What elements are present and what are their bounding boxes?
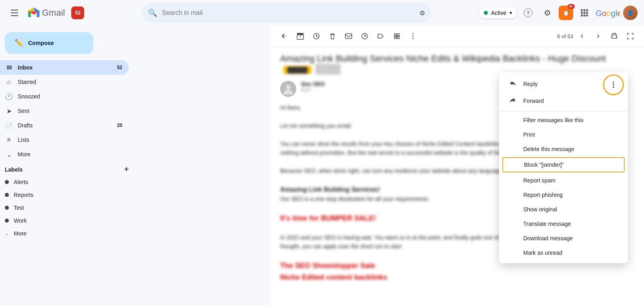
tasks-icon[interactable]: 📋 9+ bbox=[559, 6, 573, 20]
more-options-button[interactable] bbox=[406, 29, 420, 43]
settings-button[interactable]: ⚙ bbox=[539, 5, 555, 21]
prev-email-button[interactable] bbox=[575, 29, 589, 43]
reply-label: Reply bbox=[523, 81, 538, 87]
main-nav: ✉ Inbox 52 ☆ Starred 🕐 Snoozed ➤ Sent 📄 … bbox=[0, 60, 135, 162]
search-options-icon[interactable]: ⚙ bbox=[419, 9, 425, 17]
print-label: Print bbox=[523, 131, 535, 138]
apps-button[interactable] bbox=[576, 5, 592, 21]
svg-rect-2 bbox=[586, 9, 588, 11]
menu-item-show-original[interactable]: Show original bbox=[499, 202, 628, 217]
sidebar: ✏️ Compose ✉ Inbox 52 ☆ Starred 🕐 Snooze… bbox=[0, 0, 135, 305]
starred-icon: ☆ bbox=[5, 78, 13, 86]
main-header: 🔍 ⚙ Active ▾ ? ⚙ 📋 9+ bbox=[135, 0, 644, 26]
sidebar-item-sent[interactable]: ➤ Sent bbox=[0, 104, 129, 118]
delete-label: Delete this message bbox=[523, 146, 574, 152]
drafts-icon: 📄 bbox=[5, 122, 13, 129]
menu-item-mark-unread[interactable]: Mark as unread bbox=[499, 246, 628, 260]
sent-label: Sent bbox=[18, 108, 29, 114]
sidebar-item-lists[interactable]: ≡ Lists bbox=[0, 133, 129, 147]
status-label: Active bbox=[491, 10, 506, 16]
svg-rect-8 bbox=[586, 14, 588, 16]
help-icon: ? bbox=[524, 8, 533, 17]
svg-point-19 bbox=[286, 85, 291, 90]
report-spam-label: Report spam bbox=[523, 177, 555, 184]
sidebar-item-starred[interactable]: ☆ Starred bbox=[0, 75, 129, 89]
sidebar-item-more[interactable]: ⌄ More bbox=[0, 147, 129, 162]
hamburger-button[interactable] bbox=[6, 5, 23, 21]
work-label: Work bbox=[14, 217, 27, 224]
svg-point-20 bbox=[613, 82, 614, 83]
clock-button[interactable] bbox=[357, 29, 372, 43]
label-item-test[interactable]: Test bbox=[0, 201, 129, 214]
snooze-button[interactable] bbox=[309, 29, 324, 43]
menu-item-forward[interactable]: Forward bbox=[499, 92, 628, 109]
svg-rect-1 bbox=[584, 9, 586, 11]
more-label: More bbox=[18, 151, 31, 158]
menu-item-download[interactable]: Download message bbox=[499, 231, 628, 246]
search-bar[interactable]: 🔍 ⚙ bbox=[142, 3, 431, 23]
delete-button[interactable] bbox=[325, 29, 340, 43]
test-label: Test bbox=[14, 205, 24, 211]
tasks-badge: 9+ bbox=[568, 4, 575, 9]
user-avatar[interactable]: 👤 bbox=[623, 6, 638, 20]
svg-rect-18 bbox=[612, 35, 617, 38]
svg-text:Google: Google bbox=[596, 9, 620, 18]
inbox-icon: ✉ bbox=[5, 64, 13, 72]
svg-rect-11 bbox=[297, 35, 303, 39]
label-item-reports[interactable]: Reports bbox=[0, 188, 129, 201]
menu-item-translate[interactable]: Translate message bbox=[499, 217, 628, 231]
label-button[interactable] bbox=[374, 29, 388, 43]
svg-rect-4 bbox=[584, 12, 586, 14]
translate-label: Translate message bbox=[523, 221, 571, 227]
menu-item-print[interactable]: Print bbox=[499, 127, 628, 142]
label-item-alerts[interactable]: Alerts bbox=[0, 176, 129, 188]
archive-button[interactable] bbox=[293, 29, 308, 43]
help-button[interactable]: ? bbox=[520, 5, 536, 21]
menu-item-report-spam[interactable]: Report spam bbox=[499, 173, 628, 188]
next-email-button[interactable] bbox=[591, 29, 605, 43]
google-logo-area: Google bbox=[596, 8, 620, 18]
sent-icon: ➤ bbox=[5, 107, 13, 115]
email-counter: 6 of 53 bbox=[557, 29, 638, 43]
menu-item-filter[interactable]: Filter messages like this bbox=[499, 113, 628, 127]
sender-avatar bbox=[280, 81, 296, 97]
sidebar-item-inbox[interactable]: ✉ Inbox 52 bbox=[0, 60, 129, 75]
add-label-button[interactable]: + bbox=[124, 165, 129, 174]
status-chevron-icon: ▾ bbox=[510, 10, 512, 16]
label-item-work[interactable]: Work bbox=[0, 214, 129, 227]
inbox-label: Inbox bbox=[18, 64, 33, 71]
email-button[interactable] bbox=[341, 29, 356, 43]
back-button[interactable] bbox=[277, 29, 291, 43]
drafts-label: Drafts bbox=[18, 122, 33, 129]
mail-count-badge: 52 bbox=[71, 6, 84, 19]
svg-rect-3 bbox=[581, 12, 583, 14]
work-dot bbox=[5, 219, 9, 223]
menu-item-block[interactable]: Block "[sender]" bbox=[502, 157, 625, 172]
download-label: Download message bbox=[523, 235, 573, 242]
sidebar-item-drafts[interactable]: 📄 Drafts 20 bbox=[0, 118, 129, 133]
label-item-more-labels[interactable]: ⌄ More bbox=[0, 227, 129, 240]
show-original-label: Show original bbox=[523, 206, 557, 213]
expand-email-button[interactable] bbox=[623, 29, 638, 43]
move-button[interactable] bbox=[390, 29, 404, 43]
sidebar-item-snoozed[interactable]: 🕐 Snoozed bbox=[0, 89, 129, 104]
more-labels-icon: ⌄ bbox=[5, 231, 9, 236]
mail-icon-area: 52 bbox=[71, 6, 84, 19]
report-phishing-label: Report phishing bbox=[523, 192, 563, 198]
google-logo: Google bbox=[596, 8, 620, 18]
status-dot bbox=[484, 11, 488, 15]
status-indicator[interactable]: Active ▾ bbox=[479, 7, 517, 18]
print-email-button[interactable] bbox=[607, 29, 621, 43]
forward-label: Forward bbox=[523, 98, 544, 104]
menu-item-delete[interactable]: Delete this message bbox=[499, 142, 628, 156]
inbox-badge: 52 bbox=[117, 65, 122, 70]
compose-button[interactable]: ✏️ Compose bbox=[5, 32, 93, 54]
counter-text: 6 of 53 bbox=[557, 33, 573, 39]
three-dot-fab[interactable] bbox=[603, 74, 624, 95]
search-input[interactable] bbox=[162, 9, 415, 16]
reports-label: Reports bbox=[14, 192, 33, 198]
email-toolbar: 6 of 53 bbox=[270, 26, 644, 47]
menu-item-report-phishing[interactable]: Report phishing bbox=[499, 188, 628, 202]
svg-rect-7 bbox=[584, 14, 586, 16]
three-dot-icon bbox=[613, 81, 614, 88]
